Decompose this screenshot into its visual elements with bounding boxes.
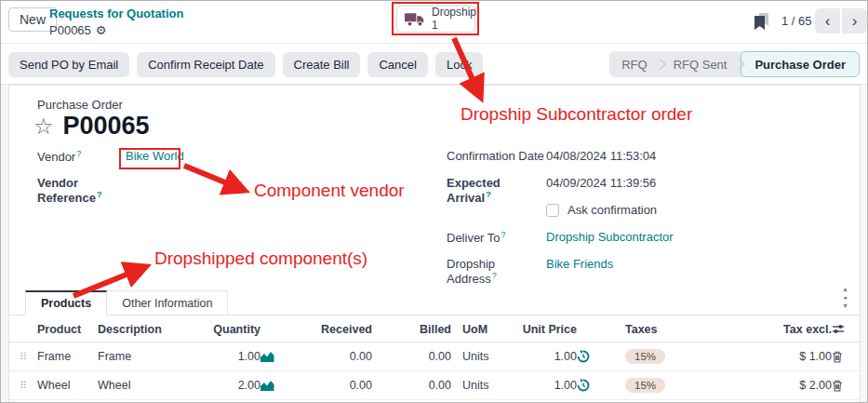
dropship-address-label: Dropship Address?: [447, 257, 546, 286]
scroll-dot-icon: ●: [843, 294, 847, 302]
status-step-purchase-order[interactable]: Purchase Order: [741, 51, 860, 77]
cell-taxes[interactable]: 15%: [607, 349, 695, 364]
truck-icon: [405, 12, 425, 27]
ask-confirmation-checkbox[interactable]: [546, 204, 559, 217]
cell-subtotal: $ 2.00: [695, 379, 832, 392]
optional-columns-icon[interactable]: [832, 323, 860, 335]
ask-confirmation-label: Ask confirmation: [568, 203, 657, 217]
header-product[interactable]: Product: [37, 323, 98, 336]
cell-product[interactable]: Frame: [37, 350, 98, 363]
breadcrumb-link-rfq[interactable]: Requests for Quotation: [49, 6, 183, 22]
tab-other-information[interactable]: Other Information: [107, 290, 228, 315]
vendor-label: Vendor?: [37, 149, 126, 164]
cell-unit-price[interactable]: 1.00: [512, 350, 577, 363]
bookmark-icon[interactable]: [754, 13, 771, 31]
header-description[interactable]: Description: [98, 323, 205, 336]
dropship-address-value-link[interactable]: Bike Friends: [546, 257, 613, 271]
title-row: ☆ P00065: [33, 112, 150, 141]
table-header-row: Product Description Quantity Received Bi…: [9, 316, 860, 343]
header-received[interactable]: Received: [290, 323, 372, 336]
confirmation-date-label: Confirmation Date: [447, 149, 546, 163]
document-type-label: Purchase Order: [37, 98, 123, 112]
tax-tag[interactable]: 15%: [625, 378, 665, 393]
tab-products[interactable]: Products: [25, 290, 107, 316]
forecast-chart-icon[interactable]: [260, 381, 290, 391]
purchase-order-page: New Requests for Quotation P00065 ⚙ Drop…: [0, 0, 868, 403]
help-icon: ?: [486, 190, 491, 199]
scroll-up-icon[interactable]: ▲: [842, 286, 848, 293]
vendor-reference-field-row: Vendor Reference?: [37, 176, 428, 203]
confirmation-date-value[interactable]: 04/08/2024 11:53:04: [546, 149, 656, 163]
deliver-to-value-link[interactable]: Dropship Subcontractor: [546, 230, 674, 244]
next-record-button[interactable]: ›: [842, 8, 867, 34]
cell-unit-price[interactable]: 1.00: [512, 379, 577, 392]
create-bill-button[interactable]: Create Bill: [283, 52, 361, 77]
drag-handle-icon[interactable]: ⠿: [9, 380, 37, 392]
left-field-column: Vendor? Bike World Vendor Reference?: [37, 149, 428, 203]
header-tax-excl[interactable]: Tax excl.: [695, 323, 832, 336]
cell-product[interactable]: Wheel: [37, 379, 98, 392]
dropship-address-row: Dropship Address? Bike Friends: [447, 257, 847, 284]
vendor-field-row: Vendor? Bike World: [37, 149, 428, 176]
help-icon: ?: [97, 190, 102, 199]
header-unit-price[interactable]: Unit Price: [512, 323, 577, 336]
forecast-chart-icon[interactable]: [260, 352, 290, 362]
tax-tag[interactable]: 15%: [625, 349, 665, 364]
cell-billed[interactable]: 0.00: [372, 379, 451, 392]
help-icon: ?: [501, 230, 506, 239]
price-history-icon[interactable]: [577, 350, 607, 363]
dropship-button-text: Dropship 1: [432, 7, 476, 31]
delete-row-icon[interactable]: [832, 380, 860, 392]
cell-billed[interactable]: 0.00: [372, 350, 451, 363]
deliver-to-row: Deliver To? Dropship Subcontractor: [447, 230, 847, 257]
favorite-star-icon[interactable]: ☆: [33, 115, 54, 138]
status-step-rfq-sent[interactable]: RFQ Sent: [661, 51, 740, 77]
header-uom[interactable]: UoM: [451, 323, 512, 336]
page-title: P00065: [63, 112, 150, 141]
dropship-smart-button[interactable]: Dropship 1: [396, 6, 475, 33]
status-pipeline: RFQ RFQ Sent Purchase Order: [609, 51, 860, 77]
header-taxes[interactable]: Taxes: [607, 323, 695, 336]
cell-taxes[interactable]: 15%: [607, 378, 695, 393]
cell-received[interactable]: 0.00: [290, 379, 372, 392]
cell-quantity[interactable]: 1.00: [205, 350, 260, 363]
expected-arrival-label: Expected Arrival?: [447, 176, 546, 205]
cell-description[interactable]: Frame: [98, 350, 205, 363]
help-icon: ?: [76, 149, 81, 158]
dropship-button-count: 1: [432, 20, 476, 32]
cancel-button[interactable]: Cancel: [367, 52, 427, 77]
expected-arrival-row: Expected Arrival? 04/09/2024 11:39:56: [447, 176, 847, 203]
gear-icon[interactable]: ⚙: [96, 22, 107, 39]
top-navbar: New Requests for Quotation P00065 ⚙ Drop…: [1, 1, 867, 44]
help-icon: ?: [492, 271, 497, 280]
confirm-receipt-date-button[interactable]: Confirm Receipt Date: [137, 52, 274, 77]
sheet-region: Purchase Order ☆ P00065 Vendor? Bike Wor…: [1, 85, 867, 402]
header-billed[interactable]: Billed: [372, 323, 451, 336]
expected-arrival-value[interactable]: 04/09/2024 11:39:56: [546, 176, 656, 190]
scroll-down-icon[interactable]: ▼: [842, 302, 848, 310]
right-field-column: Confirmation Date 04/08/2024 11:53:04 Ex…: [447, 149, 847, 284]
vendor-value-link[interactable]: Bike World: [126, 149, 184, 163]
record-pager: ‹ ›: [815, 8, 867, 34]
delete-row-icon[interactable]: [832, 351, 860, 363]
list-scroll-pager: ▲ ● ▼: [842, 286, 848, 310]
bookmark-icon-front: [754, 16, 765, 30]
previous-record-button[interactable]: ‹: [815, 8, 840, 34]
send-po-by-email-button[interactable]: Send PO by Email: [8, 52, 129, 77]
cell-uom[interactable]: Units: [451, 379, 512, 392]
cell-quantity[interactable]: 2.00: [205, 379, 260, 392]
status-step-rfq[interactable]: RFQ: [609, 51, 659, 77]
cell-description[interactable]: Wheel: [98, 379, 205, 392]
order-lines-table: Product Description Quantity Received Bi…: [9, 316, 860, 400]
ask-confirmation-row: Ask confirmation: [447, 203, 847, 230]
lock-button[interactable]: Lock: [435, 52, 483, 77]
cell-received[interactable]: 0.00: [290, 350, 372, 363]
price-history-icon[interactable]: [577, 379, 607, 392]
drag-handle-icon[interactable]: ⠿: [9, 351, 37, 363]
breadcrumb-record-name: P00065: [49, 22, 91, 39]
table-row[interactable]: ⠿ Frame Frame 1.00 0.00 0.00 Units 1.00 …: [9, 343, 860, 371]
form-sheet: Purchase Order ☆ P00065 Vendor? Bike Wor…: [8, 85, 861, 402]
cell-uom[interactable]: Units: [451, 350, 512, 363]
table-row[interactable]: ⠿ Wheel Wheel 2.00 0.00 0.00 Units 1.00 …: [9, 371, 860, 400]
header-quantity[interactable]: Quantity: [205, 323, 260, 336]
